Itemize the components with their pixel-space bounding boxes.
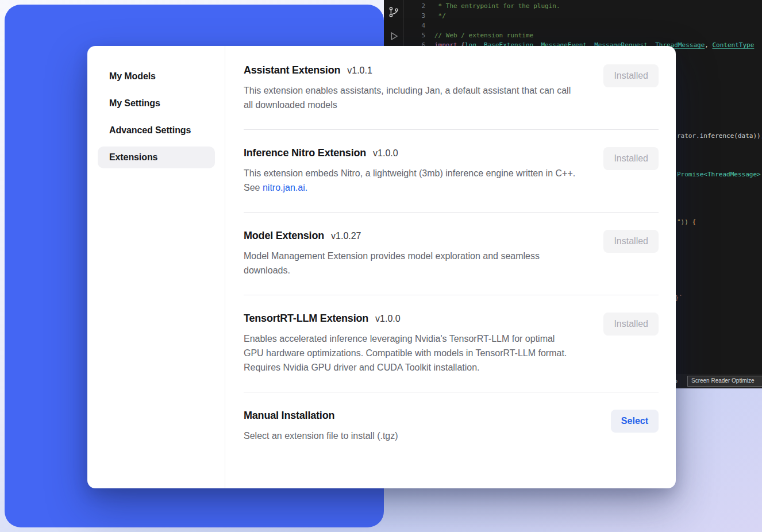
select-file-button[interactable]: Select (611, 410, 659, 433)
extension-name: TensortRT-LLM Extension (244, 313, 368, 325)
extension-description: Model Management Extension provides mode… (244, 249, 576, 277)
code-line: 5// Web / extension runtime (409, 30, 762, 40)
code-text: * The entrypoint for the plugin. (434, 2, 560, 10)
sidebar-item-my-settings[interactable]: My Settings (98, 92, 215, 114)
code-fragment: rator.inference(data)); (677, 132, 762, 140)
code-line: 2 * The entrypoint for the plugin. (409, 1, 762, 11)
line-number: 2 (409, 1, 425, 11)
extension-name: Model Extension (244, 230, 324, 242)
extension-version: v1.0.1 (347, 65, 372, 76)
code-area: 2 * The entrypoint for the plugin. 3 */ … (409, 1, 762, 50)
settings-sidebar: My Models My Settings Advanced Settings … (87, 46, 225, 488)
line-number: 4 (409, 21, 425, 30)
extension-description: Enables accelerated inference leveraging… (244, 331, 576, 375)
extension-row-model: Model Extension v1.0.27 Model Management… (244, 212, 659, 295)
extension-description: This extension embeds Nitro, a lightweig… (244, 166, 576, 195)
code-fragment: Promise<ThreadMessage> (677, 170, 761, 179)
desktop-background: 2 * The entrypoint for the plugin. 3 */ … (0, 0, 762, 532)
line-number: 3 (409, 11, 425, 21)
extension-version: v1.0.0 (375, 314, 401, 324)
installed-button[interactable]: Installed (603, 313, 659, 336)
sidebar-item-my-models[interactable]: My Models (98, 65, 215, 87)
nitro-jan-ai-link[interactable]: nitro.jan.ai. (263, 183, 307, 192)
code-line: 4 (409, 21, 762, 30)
code-text: */ (434, 12, 446, 20)
code-fragment: ")) { (677, 218, 696, 226)
source-control-icon[interactable] (387, 6, 400, 18)
settings-modal: My Models My Settings Advanced Settings … (87, 46, 676, 488)
extension-row-assistant: Assistant Extension v1.0.1 This extensio… (244, 64, 659, 129)
extension-version: v1.0.27 (331, 231, 361, 241)
sidebar-item-advanced-settings[interactable]: Advanced Settings (98, 119, 215, 141)
installed-button[interactable]: Installed (603, 147, 659, 170)
extension-name: Assistant Extension (244, 64, 340, 76)
screen-reader-optimize-chip[interactable]: Screen Reader Optimize (687, 376, 762, 387)
extension-row-tensorrt-llm: TensortRT-LLM Extension v1.0.0 Enables a… (244, 295, 659, 392)
run-debug-icon[interactable] (387, 30, 400, 43)
installed-button[interactable]: Installed (603, 64, 659, 87)
code-text: // Web / extension runtime (434, 32, 533, 39)
manual-installation-title: Manual Installation (244, 410, 334, 422)
extension-version: v1.0.0 (373, 148, 398, 159)
extensions-panel: Assistant Extension v1.0.1 This extensio… (225, 46, 676, 488)
manual-installation-row: Manual Installation Select an extension … (244, 392, 659, 460)
manual-installation-description: Select an extension file to install (.tg… (244, 429, 398, 443)
sidebar-item-extensions[interactable]: Extensions (98, 147, 215, 168)
line-number: 5 (409, 30, 425, 40)
code-line: 3 */ (409, 11, 762, 21)
extension-name: Inference Nitro Extension (244, 147, 366, 159)
extension-row-inference-nitro: Inference Nitro Extension v1.0.0 This ex… (244, 129, 659, 212)
extension-description: This extension enables assistants, inclu… (244, 83, 576, 112)
installed-button[interactable]: Installed (603, 230, 659, 253)
